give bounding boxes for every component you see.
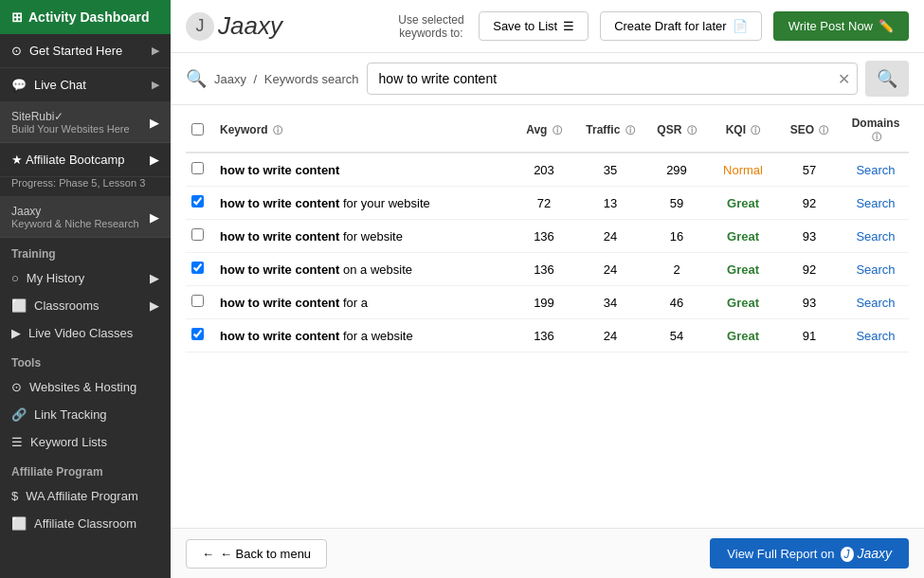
row-seo: 57 — [776, 153, 842, 187]
sidebar-activity-dashboard[interactable]: ⊞ Activity Dashboard — [0, 0, 171, 34]
training-section-title: Training — [0, 238, 171, 264]
search-input[interactable] — [367, 63, 858, 95]
row-kqi: Normal — [710, 153, 776, 187]
tools-section-title: Tools — [0, 347, 171, 373]
dollar-icon: $ — [11, 489, 18, 503]
row-traffic: 24 — [577, 253, 643, 286]
row-search-link[interactable]: Search — [842, 220, 909, 253]
row-kqi: Great — [710, 187, 776, 220]
table-body: how to write content20335299Normal57Sear… — [186, 153, 909, 352]
row-qsr: 46 — [643, 286, 710, 319]
sidebar-header-label: Activity Dashboard — [28, 9, 150, 25]
breadcrumb-separator: / — [254, 72, 258, 86]
save-to-list-button[interactable]: Save to List ☰ — [479, 11, 589, 41]
write-post-label: Write Post Now — [788, 19, 873, 33]
draft-icon: 📄 — [733, 19, 748, 33]
row-search-link[interactable]: Search — [842, 319, 909, 352]
back-to-menu-button[interactable]: ← ← Back to menu — [186, 539, 327, 569]
keyword-rest: for a — [339, 296, 368, 310]
row-checkbox[interactable] — [191, 162, 204, 174]
search-anchor[interactable]: Search — [856, 329, 895, 343]
affiliate-progress: Progress: Phase 5, Lesson 3 — [0, 177, 171, 197]
sidebar-item-affiliate-bootcamp[interactable]: ★ Affiliate Bootcamp ▶ — [0, 143, 171, 177]
get-started-icon: ⊙ — [11, 44, 22, 58]
row-keyword: how to write content for website — [214, 220, 511, 253]
classrooms-icon: ⬜ — [11, 298, 27, 313]
jaaxy-logo-text: Jaaxy — [218, 11, 282, 41]
table-wrap: Keyword ⓘ Avg ⓘ Traffic ⓘ QSR ⓘ — [171, 105, 924, 528]
keyword-bold: how to write content — [220, 262, 339, 277]
col-qsr-label: QSR — [657, 123, 681, 136]
sidebar-item-classrooms[interactable]: ⬜ Classrooms ▶ — [0, 292, 171, 319]
video-icon: ▶ — [11, 326, 21, 340]
sidebar: ⊞ Activity Dashboard ⊙ Get Started Here … — [0, 0, 171, 578]
table-row: how to write content for a website136245… — [186, 319, 909, 352]
kqi-value: Great — [727, 262, 759, 277]
sidebar-item-rubi[interactable]: SiteRubi✓ Build Your Websites Here ▶ — [0, 102, 171, 143]
col-domains-info: ⓘ — [872, 132, 881, 142]
row-qsr: 2 — [643, 253, 710, 286]
sidebar-item-affiliate-classroom[interactable]: ⬜ Affiliate Classroom — [0, 510, 171, 537]
row-keyword: how to write content — [214, 153, 511, 187]
save-to-list-label: Save to List — [493, 19, 557, 33]
search-icon-left: 🔍 — [186, 68, 207, 89]
breadcrumb-root: Jaaxy — [214, 72, 246, 86]
affiliate-progress-label: Progress: Phase 5, Lesson 3 — [11, 177, 145, 189]
lists-icon: ☰ — [11, 435, 23, 449]
row-traffic: 35 — [577, 153, 643, 187]
sidebar-item-jaaxy[interactable]: Jaaxy Keyword & Niche Research ▶ — [0, 197, 171, 238]
search-anchor[interactable]: Search — [856, 296, 895, 310]
row-search-link[interactable]: Search — [842, 153, 909, 187]
sidebar-item-link-tracking[interactable]: 🔗 Link Tracking — [0, 401, 171, 428]
row-kqi: Great — [710, 253, 776, 286]
kqi-value: Normal — [723, 163, 763, 177]
row-keyword: how to write content for a — [214, 286, 511, 319]
search-anchor[interactable]: Search — [856, 229, 895, 244]
row-qsr: 59 — [643, 187, 710, 220]
top-bar: J Jaaxy Use selected keywords to: Save t… — [171, 0, 924, 53]
jaaxy-logo: J Jaaxy — [186, 11, 299, 41]
sidebar-item-get-started[interactable]: ⊙ Get Started Here ▶ — [0, 34, 171, 68]
row-kqi: Great — [710, 286, 776, 319]
sidebar-item-live-chat[interactable]: 💬 Live Chat ▶ — [0, 68, 171, 102]
jaaxy-logo-circle: J — [186, 12, 214, 41]
col-avg-label: Avg — [526, 123, 547, 136]
rubi-label: SiteRubi✓ — [11, 110, 130, 123]
affiliate-section-title: Affiliate Program — [0, 456, 171, 482]
keyword-bold: how to write content — [220, 329, 339, 343]
select-all-checkbox[interactable] — [191, 123, 204, 135]
sidebar-item-keyword-lists[interactable]: ☰ Keyword Lists — [0, 428, 171, 456]
row-checkbox[interactable] — [191, 328, 204, 340]
link-tracking-label: Link Tracking — [34, 407, 107, 422]
sidebar-item-live-video[interactable]: ▶ Live Video Classes — [0, 319, 171, 347]
sidebar-item-my-history[interactable]: ○ My History ▶ — [0, 264, 171, 292]
search-anchor[interactable]: Search — [856, 262, 895, 277]
search-anchor[interactable]: Search — [856, 163, 895, 177]
sidebar-item-label: Get Started Here — [29, 44, 122, 58]
sidebar-item-label: Live Chat — [34, 78, 86, 92]
table-row: how to write content20335299Normal57Sear… — [186, 153, 909, 187]
row-checkbox[interactable] — [191, 228, 204, 241]
write-post-button[interactable]: Write Post Now ✏️ — [773, 11, 909, 41]
row-search-link[interactable]: Search — [842, 187, 909, 220]
search-anchor[interactable]: Search — [856, 196, 895, 210]
col-seo-label: SEO — [790, 123, 814, 136]
keyword-bold: how to write content — [220, 296, 339, 310]
search-go-button[interactable]: 🔍 — [865, 61, 909, 97]
col-seo-info: ⓘ — [819, 125, 828, 135]
row-checkbox[interactable] — [191, 295, 204, 307]
list-icon: ☰ — [563, 19, 574, 33]
row-traffic: 13 — [577, 187, 643, 220]
full-report-button[interactable]: View Full Report on J Jaaxy — [710, 538, 909, 569]
sidebar-item-websites-hosting[interactable]: ⊙ Websites & Hosting — [0, 373, 171, 401]
row-search-link[interactable]: Search — [842, 253, 909, 286]
row-qsr: 54 — [643, 319, 710, 352]
row-checkbox[interactable] — [191, 195, 204, 208]
search-clear-button[interactable]: ✕ — [838, 70, 850, 88]
row-checkbox[interactable] — [191, 262, 204, 274]
kqi-value: Great — [727, 296, 759, 310]
create-draft-button[interactable]: Create Draft for later 📄 — [600, 11, 762, 41]
sidebar-item-wa-affiliate[interactable]: $ WA Affiliate Program — [0, 482, 171, 510]
chevron-right-icon: ▶ — [150, 271, 159, 285]
row-search-link[interactable]: Search — [842, 286, 909, 319]
